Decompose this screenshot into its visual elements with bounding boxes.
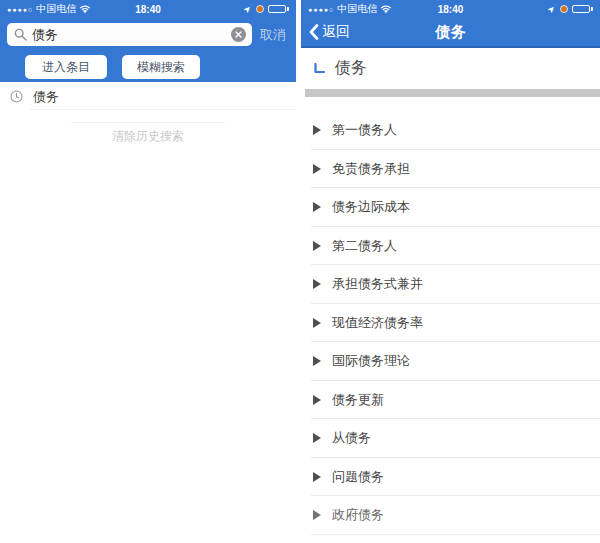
location-arrow-icon: ➤ [242,3,254,15]
list-item[interactable]: 国际债务理论 [301,342,600,381]
list-item[interactable]: 债务边际成本 [301,188,600,227]
back-label: 返回 [322,23,350,41]
history-item[interactable]: 债务 [0,84,296,109]
clear-search-icon[interactable] [231,27,246,42]
list-item[interactable]: 免责债务承担 [301,150,600,189]
list-item-label: 现值经济债务率 [332,314,423,332]
subentry-arrow-icon [313,63,326,75]
search-header: ●●●●○ 中国电信 18:40 ➤ [0,0,296,82]
battery-icon [268,5,289,13]
search-bar-row: 债务 取消 [0,18,296,46]
list-item-label: 债务更新 [332,391,384,409]
nav-bar: 返回 债务 [301,18,600,48]
clear-history-row: 清除历史搜索 [0,122,296,145]
list-item[interactable]: 第二债务人 [301,227,600,266]
alarm-icon [560,5,568,13]
triangle-bullet-icon [313,125,321,135]
back-button[interactable]: 返回 [301,23,350,41]
search-action-buttons: 进入条目 模糊搜索 [0,46,296,79]
history-item-label: 债务 [33,88,59,106]
status-bar-right: ●●●●○ 中国电信 18:40 ➤ [301,0,600,18]
triangle-bullet-icon [313,164,321,174]
triangle-bullet-icon [313,433,321,443]
triangle-bullet-icon [313,472,321,482]
triangle-bullet-icon [313,318,321,328]
list-item-label: 债务边际成本 [332,198,410,216]
triangle-bullet-icon [313,356,321,366]
search-screen: ●●●●○ 中国电信 18:40 ➤ [0,0,296,543]
enter-entry-button[interactable]: 进入条目 [25,55,107,79]
triangle-bullet-icon [313,202,321,212]
list-item-label: 政府债务 [332,506,384,524]
divider [71,122,225,123]
list-item-label: 问题债务 [332,468,384,486]
fuzzy-search-button[interactable]: 模糊搜索 [122,55,200,79]
list-item-label: 免责债务承担 [332,160,410,178]
list-item[interactable]: 债务更新 [301,381,600,420]
list-item[interactable]: 现值经济债务率 [301,304,600,343]
divider [30,109,296,110]
search-query-text: 债务 [32,26,226,44]
list-item-label: 国际债务理论 [332,352,410,370]
list-item[interactable]: 承担债务式兼并 [301,265,600,304]
clear-history-button[interactable]: 清除历史搜索 [112,128,184,145]
status-bar-left: ●●●●○ 中国电信 18:40 ➤ [0,0,296,18]
cancel-button[interactable]: 取消 [258,26,288,44]
search-input[interactable]: 债务 [7,23,252,46]
section-divider [305,89,600,97]
battery-icon [572,5,593,13]
alarm-icon [256,5,264,13]
results-list: 第一债务人 免责债务承担 债务边际成本 第二债务人 [301,97,600,535]
search-icon [14,28,27,41]
results-screen: ●●●●○ 中国电信 18:40 ➤ [301,0,600,543]
triangle-bullet-icon [313,510,321,520]
two-screenshot-composite: ●●●●○ 中国电信 18:40 ➤ [0,0,600,543]
chevron-left-icon [309,24,319,40]
list-item-label: 承担债务式兼并 [332,275,423,293]
list-item[interactable]: 第一债务人 [301,111,600,150]
list-item[interactable]: 问题债务 [301,458,600,497]
list-item-label: 第二债务人 [332,237,397,255]
list-item-label: 第一债务人 [332,121,397,139]
list-item-label: 从债务 [332,429,371,447]
location-arrow-icon: ➤ [546,3,558,15]
list-item[interactable]: 政府债务 [301,496,600,535]
current-term-label: 债务 [335,58,367,79]
list-item[interactable]: 从债务 [301,419,600,458]
triangle-bullet-icon [313,241,321,251]
triangle-bullet-icon [313,395,321,405]
current-term-row[interactable]: 债务 [301,48,600,89]
triangle-bullet-icon [313,279,321,289]
history-clock-icon [10,90,23,103]
